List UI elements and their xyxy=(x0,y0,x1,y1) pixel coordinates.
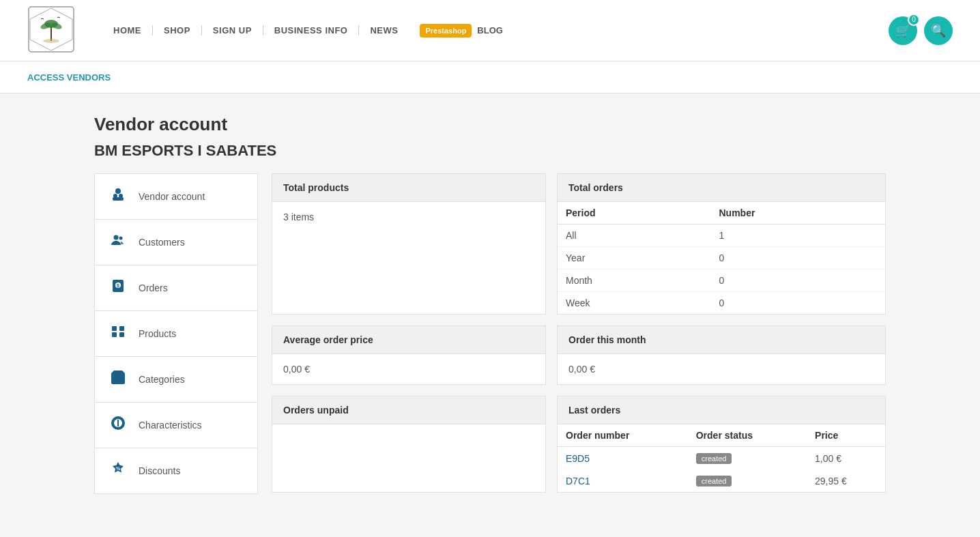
sidebar-item-characteristics[interactable]: Characteristics xyxy=(95,403,257,448)
last-orders-panel: Last orders Order number Order status Pr… xyxy=(557,396,886,493)
sidebar-label-characteristics: Characteristics xyxy=(139,420,202,431)
svg-rect-18 xyxy=(112,326,117,331)
orders-unpaid-header: Orders unpaid xyxy=(272,396,545,424)
search-button[interactable]: 🔍 xyxy=(924,16,953,45)
order-this-month-body: 0,00 € xyxy=(558,354,885,384)
number-cell: 0 xyxy=(711,270,886,292)
dashboard-layout: Vendor account Customers xyxy=(94,173,886,494)
nav-home[interactable]: HOME xyxy=(102,25,153,35)
secondary-nav: ACCESS VENDORS xyxy=(0,61,980,93)
cart-icon: 🛒 xyxy=(895,23,910,38)
characteristics-icon xyxy=(109,415,128,435)
table-row: Week 0 xyxy=(558,292,885,315)
nav-icons: 🛒 0 🔍 xyxy=(889,16,953,45)
cart-button[interactable]: 🛒 0 xyxy=(889,16,917,45)
average-order-panel: Average order price 0,00 € xyxy=(272,325,546,385)
svg-rect-19 xyxy=(119,326,124,331)
order-price-cell: 1,00 € xyxy=(807,447,885,470)
products-icon xyxy=(109,323,128,344)
blog-label[interactable]: BLOG xyxy=(477,25,503,35)
search-icon: 🔍 xyxy=(931,23,946,38)
order-this-month-panel: Order this month 0,00 € xyxy=(557,325,886,385)
last-orders-col-number: Order number xyxy=(558,424,688,447)
nav-business-info[interactable]: BUSINESS INFO xyxy=(263,25,360,35)
nav-signup[interactable]: SIGN UP xyxy=(202,25,263,35)
svg-point-10 xyxy=(119,194,123,198)
svg-text:%: % xyxy=(116,466,121,471)
sidebar-label-discounts: Discounts xyxy=(139,465,180,476)
total-products-items: 3 items xyxy=(283,212,314,222)
number-cell: 0 xyxy=(711,292,886,315)
number-cell: 0 xyxy=(711,247,886,270)
svg-point-9 xyxy=(113,194,117,198)
sidebar-item-discounts[interactable]: % Discounts xyxy=(95,448,257,493)
customers-icon xyxy=(109,232,128,252)
logo[interactable] xyxy=(27,5,75,56)
order-status-cell: created xyxy=(688,469,807,492)
nav-shop[interactable]: SHOP xyxy=(153,25,202,35)
orders-unpaid-panel: Orders unpaid xyxy=(272,396,546,493)
nav-news[interactable]: NEWS xyxy=(359,25,409,35)
sidebar: Vendor account Customers xyxy=(94,173,258,494)
svg-rect-17 xyxy=(119,332,124,337)
sidebar-item-categories[interactable]: Categories xyxy=(95,357,257,403)
dashboard-panels: Total products 3 items Total orders Peri… xyxy=(272,173,886,494)
panels-row-3: Orders unpaid Last orders Order number O… xyxy=(272,396,886,493)
col-period: Period xyxy=(558,202,711,224)
total-orders-panel: Total orders Period Number All 1 xyxy=(557,173,886,315)
last-orders-col-status: Order status xyxy=(688,424,807,447)
sidebar-label-orders: Orders xyxy=(139,282,168,293)
discounts-icon: % xyxy=(109,461,128,481)
orders-icon: $ xyxy=(109,278,128,298)
sidebar-item-customers[interactable]: Customers xyxy=(95,220,257,265)
period-cell: Week xyxy=(558,292,711,315)
total-products-panel: Total products 3 items xyxy=(272,173,546,315)
sidebar-label-products: Products xyxy=(139,328,176,339)
svg-point-7 xyxy=(115,188,121,194)
average-order-header: Average order price xyxy=(272,326,545,354)
period-cell: Year xyxy=(558,247,711,270)
access-vendors-link[interactable]: ACCESS VENDORS xyxy=(27,72,111,83)
svg-point-12 xyxy=(119,237,123,240)
blog-badge: Prestashop xyxy=(420,24,472,38)
number-cell: 1 xyxy=(711,224,886,247)
sidebar-label-vendor-account: Vendor account xyxy=(139,191,205,202)
table-row: All 1 xyxy=(558,224,885,247)
top-navigation: HOME SHOP SIGN UP BUSINESS INFO NEWS Pre… xyxy=(0,0,980,61)
svg-point-6 xyxy=(43,39,59,43)
last-orders-header: Last orders xyxy=(558,396,885,424)
sidebar-label-categories: Categories xyxy=(139,374,185,385)
orders-unpaid-body xyxy=(272,424,545,444)
order-price-cell: 29,95 € xyxy=(807,469,885,492)
svg-rect-8 xyxy=(113,197,124,201)
vendor-account-icon xyxy=(109,186,128,207)
last-orders-table: Order number Order status Price E9D5 cre… xyxy=(558,424,885,492)
period-cell: All xyxy=(558,224,711,247)
sidebar-label-customers: Customers xyxy=(139,237,185,248)
svg-rect-16 xyxy=(112,332,117,337)
order-number-cell[interactable]: E9D5 xyxy=(558,447,688,470)
period-cell: Month xyxy=(558,270,711,292)
order-number-link[interactable]: D7C1 xyxy=(566,476,590,487)
svg-text:$: $ xyxy=(117,283,119,289)
sidebar-item-products[interactable]: Products xyxy=(95,311,257,357)
svg-rect-22 xyxy=(117,420,119,426)
nav-links: HOME SHOP SIGN UP BUSINESS INFO NEWS Pre… xyxy=(102,24,889,38)
sidebar-item-vendor-account[interactable]: Vendor account xyxy=(95,174,257,220)
order-number-link[interactable]: E9D5 xyxy=(566,453,590,464)
sidebar-item-orders[interactable]: $ Orders xyxy=(95,265,257,311)
last-orders-body: Order number Order status Price E9D5 cre… xyxy=(558,424,885,492)
average-order-value: 0,00 € xyxy=(283,364,310,375)
total-orders-header: Total orders xyxy=(558,174,885,202)
cart-count: 0 xyxy=(908,14,920,26)
blog-area: Prestashop BLOG xyxy=(420,24,502,38)
total-products-body: 3 items xyxy=(272,202,545,232)
total-orders-body: Period Number All 1 Year 0 Month 0 Week … xyxy=(558,202,885,314)
status-badge: created xyxy=(696,476,732,487)
average-order-body: 0,00 € xyxy=(272,354,545,384)
table-row: Month 0 xyxy=(558,270,885,292)
page-title: Vendor account xyxy=(94,114,886,135)
order-number-cell[interactable]: D7C1 xyxy=(558,469,688,492)
order-this-month-value: 0,00 € xyxy=(568,364,595,375)
status-badge: created xyxy=(696,453,732,464)
